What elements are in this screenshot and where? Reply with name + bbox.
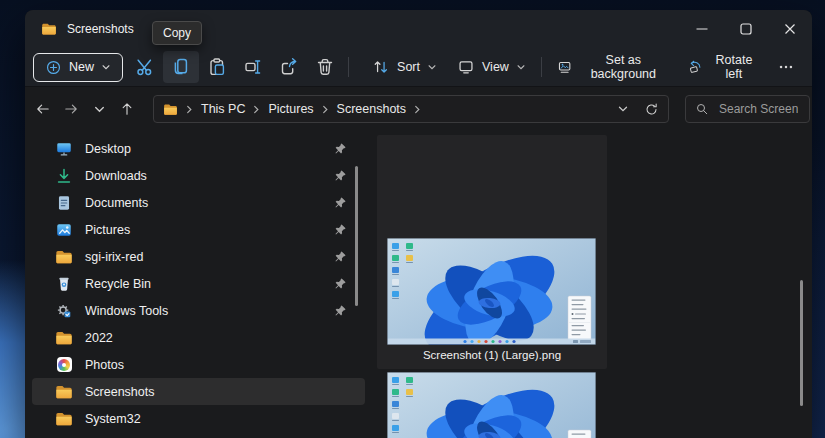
title-bar[interactable]: Screenshots <box>25 10 812 48</box>
pictures-icon <box>55 221 73 239</box>
desktop-background: Screenshots <box>0 0 825 438</box>
search-icon <box>695 102 709 116</box>
breadcrumb-this-pc[interactable]: This PC <box>201 102 245 116</box>
up-button[interactable] <box>113 94 141 124</box>
chevron-down-icon <box>617 103 629 115</box>
cut-button[interactable] <box>127 51 163 83</box>
address-row: This PC Pictures Screenshots <box>25 87 812 131</box>
photos-icon <box>55 356 73 374</box>
folder-icon <box>55 383 73 401</box>
refresh-button[interactable] <box>644 102 659 117</box>
sidebar-item-documents[interactable]: Documents <box>32 189 365 216</box>
copy-icon <box>171 57 191 77</box>
sort-button-label: Sort <box>397 60 420 74</box>
file-thumbnail <box>387 238 596 345</box>
sidebar-item-photos[interactable]: Photos <box>32 351 365 378</box>
sidebar-item-recycle-bin[interactable]: Recycle Bin <box>32 270 365 297</box>
set-as-background-button[interactable]: Set as background <box>547 51 678 83</box>
folder-icon <box>163 102 178 117</box>
maximize-button[interactable] <box>724 10 768 48</box>
breadcrumb-chevron-icon <box>413 105 422 114</box>
refresh-icon <box>644 102 659 117</box>
sidebar-item-desktop[interactable]: Desktop <box>32 135 365 162</box>
folder-icon <box>55 248 73 266</box>
back-button[interactable] <box>29 94 57 124</box>
toolbar-divider <box>348 57 349 77</box>
sidebar-item-sgi-irix-red[interactable]: sgi-irix-red <box>32 243 365 270</box>
pin-icon[interactable] <box>334 304 347 317</box>
new-button[interactable]: New <box>33 53 123 82</box>
sidebar-scrollbar[interactable] <box>355 166 358 306</box>
more-options-button[interactable] <box>768 51 804 83</box>
close-button[interactable] <box>768 10 812 48</box>
pin-icon[interactable] <box>334 196 347 209</box>
search-input[interactable] <box>717 101 800 117</box>
desktop-icon <box>55 140 73 158</box>
cut-icon <box>135 57 155 77</box>
close-icon <box>780 19 800 39</box>
recycle-bin-icon <box>55 275 73 293</box>
address-dropdown-button[interactable] <box>617 103 629 115</box>
pin-icon[interactable] <box>334 142 347 155</box>
chevron-down-icon <box>93 103 106 116</box>
rotate-left-label: Rotate left <box>710 53 758 81</box>
search-box[interactable] <box>685 95 810 123</box>
new-button-label: New <box>69 60 94 74</box>
pin-icon[interactable] <box>334 223 347 236</box>
address-bar[interactable]: This PC Pictures Screenshots <box>153 95 669 123</box>
back-icon <box>35 100 51 118</box>
share-icon <box>279 57 299 77</box>
sidebar-item-2022[interactable]: 2022 <box>32 324 365 351</box>
delete-button[interactable] <box>307 51 343 83</box>
files-area[interactable]: Screenshot (1) (Large).png <box>372 131 812 438</box>
breadcrumb-chevron-icon <box>185 105 194 114</box>
chevron-down-icon <box>427 62 437 72</box>
file-name: Screenshot (1) (Large).png <box>377 349 607 361</box>
file-item[interactable]: Screenshot (1) (Large).png <box>377 135 607 369</box>
window-controls <box>680 10 812 48</box>
view-icon <box>457 58 475 76</box>
pin-icon[interactable] <box>334 169 347 182</box>
view-button-label: View <box>482 60 509 74</box>
command-bar: New <box>25 48 812 86</box>
image-icon <box>557 58 572 76</box>
window-title: Screenshots <box>67 22 134 36</box>
file-explorer-window: Screenshots <box>25 10 812 438</box>
set-as-background-label: Set as background <box>579 53 668 81</box>
chevron-down-icon <box>516 62 526 72</box>
sidebar-item-downloads[interactable]: Downloads <box>32 162 365 189</box>
minimize-button[interactable] <box>680 10 724 48</box>
sidebar-item-screenshots[interactable]: Screenshots <box>32 378 365 405</box>
breadcrumb-pictures[interactable]: Pictures <box>268 102 313 116</box>
plus-circle-icon <box>45 59 62 76</box>
recent-locations-button[interactable] <box>85 94 113 124</box>
sidebar-item-windows-tools[interactable]: Windows Tools <box>32 297 365 324</box>
more-icon <box>777 58 795 76</box>
content-scrollbar[interactable] <box>800 280 803 406</box>
pin-icon[interactable] <box>334 250 347 263</box>
share-button[interactable] <box>271 51 307 83</box>
maximize-icon <box>736 19 756 39</box>
rotate-left-button[interactable]: Rotate left <box>678 51 768 83</box>
folder-icon <box>55 329 73 347</box>
sidebar-item-system32[interactable]: System32 <box>32 405 365 432</box>
breadcrumb-chevron-icon <box>252 105 261 114</box>
up-icon <box>119 100 135 118</box>
breadcrumb-chevron-icon <box>321 105 330 114</box>
navigation-pane: Desktop Downloads Documents <box>25 131 372 438</box>
view-button[interactable]: View <box>447 51 536 83</box>
sidebar-item-pictures[interactable]: Pictures <box>32 216 365 243</box>
sort-icon <box>372 58 390 76</box>
breadcrumb-screenshots[interactable]: Screenshots <box>337 102 406 116</box>
forward-button[interactable] <box>57 94 85 124</box>
downloads-icon <box>55 167 73 185</box>
copy-button[interactable] <box>163 51 199 83</box>
rename-button[interactable] <box>235 51 271 83</box>
documents-icon <box>55 194 73 212</box>
paste-button[interactable] <box>199 51 235 83</box>
chevron-down-icon <box>101 62 111 72</box>
file-item[interactable] <box>377 372 607 438</box>
sort-button[interactable]: Sort <box>362 51 447 83</box>
pin-icon[interactable] <box>334 277 347 290</box>
folder-icon <box>55 410 73 428</box>
